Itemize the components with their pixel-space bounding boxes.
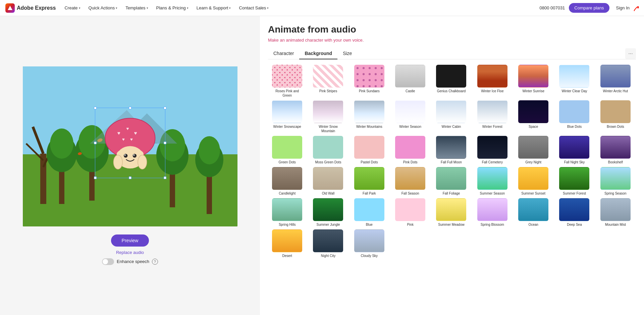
- more-options-button[interactable]: ···: [625, 48, 636, 59]
- bg-item-row5h[interactable]: Cloudy Sky: [350, 229, 388, 258]
- bg-label-winter-forest: Winter Forest: [482, 124, 502, 129]
- bg-item-fall-season[interactable]: Fall Season: [391, 167, 429, 196]
- handle-bottom-right[interactable]: [164, 176, 166, 179]
- bg-label-winter-clear: Winter Clear Day: [561, 89, 587, 93]
- bg-label-fall-cemetery: Fall Cemetery: [482, 160, 503, 164]
- nav-quick-actions[interactable]: Quick Actions ▾: [85, 3, 121, 12]
- bg-label-winter-arctic: Winter Arctic Hut: [603, 89, 628, 93]
- bg-item-moss-dots[interactable]: Moss Green Dots: [309, 136, 347, 164]
- nav-learn[interactable]: Learn & Support ▾: [193, 3, 234, 12]
- panel-title: Animate from audio: [268, 24, 636, 35]
- logo-text: Adobe Express: [17, 5, 56, 11]
- bg-item-winter-mountains[interactable]: Winter Mountains: [350, 100, 388, 133]
- bg-item-winter-snow-mountain[interactable]: Winter Snow Mountain: [309, 100, 347, 133]
- bg-item-pastel-dots[interactable]: Pastel Dots: [350, 136, 388, 164]
- bg-thumb-row5a: [436, 198, 466, 221]
- bg-item-winter-season[interactable]: Winter Season: [391, 100, 429, 133]
- toggle-knob: [103, 259, 108, 264]
- bg-item-pink-sundaes[interactable]: Pink Sundaes: [350, 65, 388, 98]
- bg-item-row5g[interactable]: Night City: [309, 229, 347, 258]
- bg-item-candlelight[interactable]: Candlelight: [268, 167, 306, 196]
- bg-item-winter-ice[interactable]: Winter Ice Floe: [473, 65, 512, 98]
- bg-label-row5c: Ocean: [528, 222, 538, 227]
- nav-plans[interactable]: Plans & Pricing ▾: [153, 3, 192, 12]
- nav-create[interactable]: Create ▾: [61, 3, 84, 12]
- nav-contact[interactable]: Contact Sales ▾: [235, 3, 272, 12]
- bg-thumb-summer-sunset: [518, 167, 548, 190]
- bg-item-winter-arctic[interactable]: Winter Arctic Hut: [596, 65, 635, 98]
- bg-label-summer-season: Summer Season: [480, 191, 505, 196]
- bg-item-castle[interactable]: Castle: [391, 65, 429, 98]
- bg-thumb-winter-season: [395, 100, 425, 123]
- preview-button[interactable]: Preview: [111, 234, 149, 247]
- handle-top-middle[interactable]: [129, 107, 131, 109]
- handle-top-right[interactable]: [164, 107, 166, 109]
- bg-item-row5e[interactable]: Mountain Mist: [596, 198, 635, 227]
- bg-item-summer-forest[interactable]: Summer Forest: [555, 167, 593, 196]
- tab-background[interactable]: Background: [299, 48, 337, 59]
- bg-item-row5a[interactable]: Summer Meadow: [432, 198, 470, 227]
- nav-templates[interactable]: Templates ▾: [122, 3, 151, 12]
- compare-plans-button[interactable]: Compare plans: [569, 3, 609, 13]
- bg-label-row5d: Deep Sea: [567, 222, 582, 227]
- bg-item-row5c[interactable]: Ocean: [514, 198, 552, 227]
- bg-item-blue[interactable]: Blue: [350, 198, 388, 227]
- bg-item-fall-cemetery[interactable]: Fall Cemetery: [473, 136, 512, 164]
- bg-thumb-fall-season: [395, 167, 425, 190]
- bg-item-pink[interactable]: Pink: [391, 198, 429, 227]
- bg-label-pink-stripes: Pink Stripes: [319, 89, 337, 93]
- bg-label-row5e: Mountain Mist: [605, 222, 626, 227]
- bg-item-brown-dots[interactable]: Brown Dots: [596, 100, 635, 133]
- tab-character[interactable]: Character: [268, 48, 299, 59]
- bg-item-green-dots[interactable]: Green Dots: [268, 136, 306, 164]
- bg-thumb-row5g: [313, 229, 343, 252]
- handle-middle-right[interactable]: [164, 142, 166, 144]
- bg-item-old-wall[interactable]: Old Wall: [309, 167, 347, 196]
- bg-item-fall-night-sky[interactable]: Fall Night Sky: [555, 136, 593, 164]
- bg-item-spring-hills[interactable]: Spring Hills: [268, 198, 306, 227]
- bg-item-bookshelf[interactable]: Bookshelf: [596, 136, 635, 164]
- help-icon[interactable]: ?: [152, 259, 158, 265]
- bg-thumb-row5b: [477, 198, 507, 221]
- bg-item-blue-dots[interactable]: Blue Dots: [555, 100, 593, 133]
- bg-item-winter-snowscape[interactable]: Winter Snowscape: [268, 100, 306, 133]
- bg-item-summer-sunset[interactable]: Summer Sunset: [514, 167, 552, 196]
- bg-item-pink-dots[interactable]: Pink Dots: [391, 136, 429, 164]
- bg-item-spring-season[interactable]: Spring Season: [596, 167, 635, 196]
- bg-thumb-row5c: [518, 198, 548, 221]
- signin-link[interactable]: Sign In: [616, 5, 630, 10]
- logo[interactable]: Adobe Express: [5, 3, 56, 13]
- bg-thumb-pastel-dots: [354, 136, 384, 159]
- bg-item-row5b[interactable]: Spring Blossom: [473, 198, 512, 227]
- handle-bottom-middle[interactable]: [129, 176, 131, 179]
- bg-item-grey-night[interactable]: Grey Night: [514, 136, 552, 164]
- bg-thumb-fall-moon: [436, 136, 466, 159]
- bg-item-winter-sunrise[interactable]: Winter Sunrise: [514, 65, 552, 98]
- bg-label-summer-jungle: Summer Jungle: [316, 222, 340, 227]
- bg-item-summer-season[interactable]: Summer Season: [473, 167, 512, 196]
- character-container[interactable]: ♥ ♥ ♥ ♥ ♥: [95, 108, 165, 178]
- bg-item-row5d[interactable]: Deep Sea: [555, 198, 593, 227]
- bg-item-genius[interactable]: Genius Chalkboard: [432, 65, 470, 98]
- handle-top-left[interactable]: [94, 107, 97, 109]
- handle-middle-left[interactable]: [94, 142, 97, 144]
- bg-item-fall-park[interactable]: Fall Park: [350, 167, 388, 196]
- bg-item-space[interactable]: Space: [514, 100, 552, 133]
- bg-label-spring-season: Spring Season: [604, 191, 627, 196]
- bg-item-fall-foliage[interactable]: Fall Foliage: [432, 167, 470, 196]
- replace-audio-link[interactable]: Replace audio: [116, 250, 144, 255]
- bg-item-winter-cabin[interactable]: Winter Cabin: [432, 100, 470, 133]
- handle-bottom-left[interactable]: [94, 176, 97, 179]
- bg-label-summer-forest: Summer Forest: [563, 191, 586, 196]
- bg-item-pink-stripes[interactable]: Pink Stripes: [309, 65, 347, 98]
- bg-label-row5h: Cloudy Sky: [361, 254, 378, 258]
- main-layout: ♥ ♥ ♥ ♥ ♥: [0, 16, 644, 315]
- bg-item-fall-moon[interactable]: Fall Full Moon: [432, 136, 470, 164]
- bg-item-roses[interactable]: Roses Pink and Green: [268, 65, 306, 98]
- bg-item-summer-jungle[interactable]: Summer Jungle: [309, 198, 347, 227]
- bg-item-row5f[interactable]: Desert: [268, 229, 306, 258]
- enhance-toggle[interactable]: [102, 258, 114, 265]
- bg-item-winter-forest[interactable]: Winter Forest: [473, 100, 512, 133]
- tab-size[interactable]: Size: [337, 48, 357, 59]
- bg-item-winter-clear[interactable]: Winter Clear Day: [555, 65, 593, 98]
